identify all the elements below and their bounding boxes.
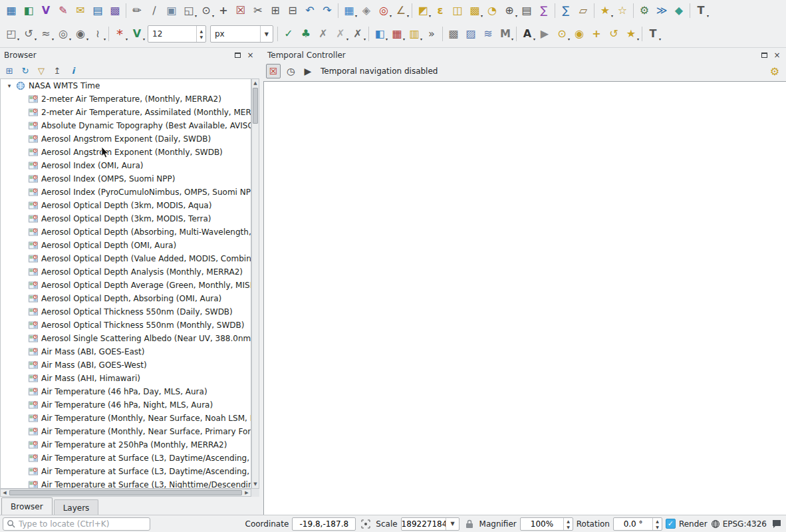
layer-styling-dock-button[interactable]: ◧ ▾ (371, 25, 388, 43)
browser-layer-item[interactable]: Absolute Dynamic Topography (Best Availa… (1, 119, 251, 132)
font-size-spinbox[interactable]: ▲▼ (148, 25, 206, 43)
delete-selected-button[interactable]: ☒ (232, 2, 249, 19)
browser-layer-item[interactable]: Aerosol Optical Depth (Value Added, MODI… (1, 252, 251, 265)
metasearch-button[interactable]: ✉ (72, 2, 89, 19)
delete-ring-button[interactable]: ✗ ▾ (332, 25, 349, 43)
change-label-properties-button[interactable]: ★ ▾ (622, 25, 640, 43)
show-properties-widget-button[interactable]: i (66, 64, 80, 77)
redo-button[interactable]: ↷ (319, 2, 336, 19)
move-feature-button[interactable]: + (215, 2, 232, 19)
paste-features-button[interactable]: ⊟ (284, 2, 301, 19)
snapping-options-button[interactable]: ◎ ▾ (375, 2, 392, 19)
spin-steppers[interactable]: ▲▼ (563, 518, 573, 530)
locator-input[interactable] (19, 519, 146, 529)
select-features-button[interactable]: ◩ ▾ (414, 2, 432, 19)
render-checkbox[interactable]: ✓ (666, 519, 676, 529)
collapse-all-button[interactable]: ↥ (51, 64, 64, 77)
tree-vertical-scrollbar[interactable]: ▲ ▼ (251, 78, 259, 489)
toggle-editing-button[interactable]: ✏ (128, 2, 146, 19)
browser-layer-item[interactable]: Aerosol Optical Depth Analysis (Monthly,… (1, 265, 251, 279)
offset-curve-button[interactable]: ≀ ▾ (89, 25, 106, 43)
browser-layer-item[interactable]: Aerosol Index (PyroCumuloNimbus, OMPS, S… (1, 186, 251, 199)
elevation-profile-button[interactable]: ≋ (479, 25, 497, 43)
spin-down-icon[interactable]: ▼ (653, 524, 662, 530)
close-panel-button[interactable]: × (772, 51, 782, 61)
data-source-manager-button[interactable]: ▦ (3, 2, 20, 19)
scale-combobox[interactable]: ▼ (401, 517, 459, 531)
rotate-label-button[interactable]: ↺ (605, 25, 622, 43)
magnifier-spinbox[interactable]: ▲▼ (520, 517, 573, 531)
add-ring-button[interactable]: ◎ ▾ (55, 25, 72, 43)
georeferencer-button[interactable]: ▩ (445, 25, 462, 43)
browser-layer-item[interactable]: Aerosol Angstrom Exponent (Monthly, SWDB… (1, 146, 251, 159)
select-by-expression-button[interactable]: ε (432, 2, 449, 19)
tree-horizontal-scrollbar[interactable]: ◀ ▶ (0, 489, 251, 497)
new-raster-layer-button[interactable]: ▩ (106, 2, 124, 19)
browser-layer-item[interactable]: Air Temperature (Monthly, Near Surface, … (1, 425, 251, 438)
combo-caret-icon[interactable]: ▼ (446, 518, 458, 530)
rotate-feature-button[interactable]: ↺ ▾ (20, 25, 37, 43)
tree-root-nasa-wmts-time[interactable]: ▾ NASA WMTS Time (1, 79, 251, 92)
browser-layer-item[interactable]: Aerosol Optical Depth (3km, MODIS, Terra… (1, 212, 251, 225)
magnifier-input[interactable] (521, 519, 563, 529)
scroll-right-icon[interactable]: ▶ (243, 489, 250, 496)
expander-icon[interactable]: ▾ (6, 82, 13, 89)
copy-features-button[interactable]: ⊞ (267, 2, 284, 19)
vertical-scrollbar-thumb[interactable] (253, 88, 258, 124)
units-combobox[interactable]: px ▼ (210, 25, 273, 43)
spin-down-icon[interactable]: ▼ (564, 524, 573, 530)
browser-layer-item[interactable]: Air Temperature at 250hPa (Monthly, MERR… (1, 438, 251, 452)
coordinate-input[interactable] (293, 519, 355, 529)
add-selected-layers-button[interactable]: ⊞ (3, 64, 16, 77)
pin-labels-button[interactable]: ⊙ ▾ (553, 25, 571, 43)
zoom-to-selection-button[interactable]: ⊕ ▾ (501, 2, 518, 19)
highlight-pinned-labels-button[interactable]: ◉ (571, 25, 588, 43)
close-panel-button[interactable]: × (245, 51, 255, 61)
vertex-tool-button[interactable]: ⊙ ▾ (197, 2, 215, 19)
invert-selection-button[interactable]: ◔ (483, 2, 501, 19)
scroll-down-icon[interactable]: ▼ (252, 481, 259, 487)
refresh-button[interactable]: ↻ (19, 64, 32, 77)
browser-layer-item[interactable]: 2-meter Air Temperature, (Monthly, MERRA… (1, 92, 251, 106)
map-tips-button[interactable]: T ▾ (644, 25, 662, 43)
messages-button[interactable] (770, 517, 783, 531)
browser-layer-item[interactable]: Aerosol Optical Depth (OMI, Aura) (1, 239, 251, 252)
animated-temporal-navigation-button[interactable]: ▶ (301, 64, 315, 78)
select-all-button[interactable]: ▩ ▾ (466, 2, 483, 19)
scroll-up-icon[interactable]: ▲ (252, 80, 259, 86)
spin-up-icon[interactable]: ▲ (564, 518, 573, 524)
browser-layer-item[interactable]: Aerosol Angstrom Exponent (Daily, SWDB) (1, 132, 251, 146)
scroll-left-icon[interactable]: ◀ (1, 489, 8, 496)
measure-area-button[interactable]: ▱ (575, 2, 592, 19)
browser-layer-item[interactable]: Aerosol Optical Depth (Absorbing, Multi-… (1, 225, 251, 239)
new-annotation-layer-button[interactable]: ✎ (55, 2, 72, 19)
check-geometries-button[interactable]: ✓ (280, 25, 297, 43)
browser-layer-item[interactable]: Air Temperature (46 hPa, Day, MLS, Aura) (1, 385, 251, 398)
save-layer-edits-button[interactable]: ▣ (163, 2, 180, 19)
spin-up-icon[interactable]: ▲ (197, 28, 205, 34)
browser-layer-item[interactable]: Air Mass (ABI, GOES-West) (1, 358, 251, 372)
map-canvas[interactable] (263, 81, 786, 515)
combo-caret-icon[interactable]: ▼ (260, 26, 273, 42)
new-virtual-layer-button[interactable]: V (37, 2, 55, 19)
add-line-feature-button[interactable]: ∕ (146, 2, 163, 19)
toolbar-extension-button[interactable]: » (423, 25, 440, 43)
browser-layer-item[interactable]: Air Mass (ABI, GOES-East) (1, 345, 251, 358)
browser-layer-item[interactable]: Air Temperature at Surface (L3, Nighttim… (1, 478, 251, 489)
layer-labeling-button[interactable]: A ▾ (519, 25, 536, 43)
spin-steppers[interactable]: ▲▼ (196, 26, 205, 42)
browser-layer-item[interactable]: Aerosol Index (OMPS, Suomi NPP) (1, 172, 251, 186)
scale-input[interactable] (402, 519, 446, 529)
spin-steppers[interactable]: ▲▼ (652, 518, 662, 530)
simplify-feature-button[interactable]: ≈ ▾ (37, 25, 55, 43)
browser-layer-item[interactable]: Air Mass (AHI, Himawari) (1, 372, 251, 385)
horizontal-scrollbar-thumb[interactable] (9, 490, 242, 495)
delete-part-button[interactable]: ✗ ▾ (349, 25, 366, 43)
browser-layer-item[interactable]: Aerosol Optical Thickness 550nm (Monthly… (1, 319, 251, 332)
raster-toolbar-button[interactable]: ▦ ▾ (388, 25, 406, 43)
float-panel-button[interactable] (759, 51, 769, 61)
layer-diagram-button[interactable]: ▥ ▾ (406, 25, 423, 43)
temporal-navigation-off-button[interactable]: ☒ (266, 64, 281, 78)
text-annotation-button[interactable]: T ▾ (692, 2, 710, 19)
grass-tools-button[interactable]: * ▾ (111, 25, 128, 43)
